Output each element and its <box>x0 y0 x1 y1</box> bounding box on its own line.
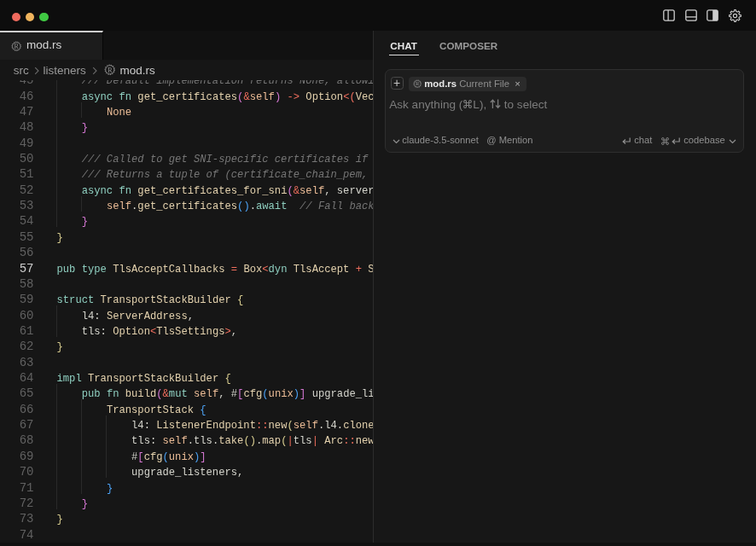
svg-text:R: R <box>108 65 113 73</box>
svg-text:R: R <box>416 80 420 86</box>
svg-text:R: R <box>15 42 20 49</box>
